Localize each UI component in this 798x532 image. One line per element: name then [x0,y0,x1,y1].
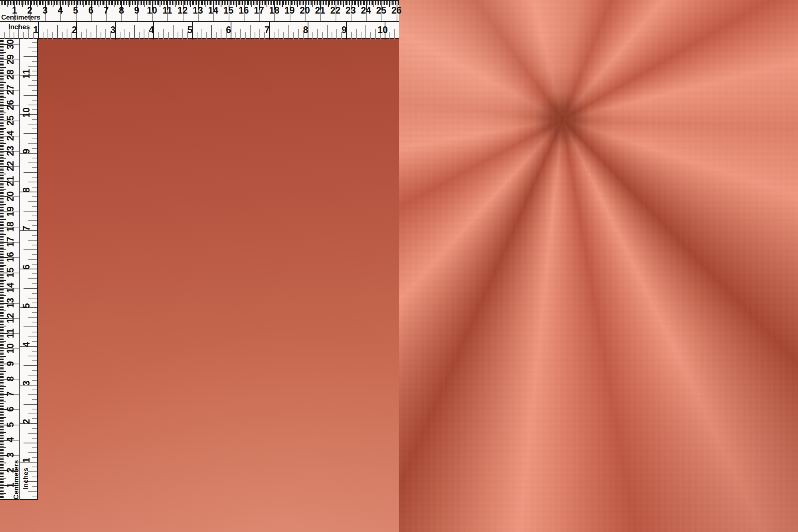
mm-tick [0,491,4,492]
eighth-inch-tick [235,32,236,40]
quarter-inch-tick [28,394,37,395]
eighth-inch-tick [120,32,120,40]
cm-number: 22 [6,161,15,171]
mm-tick [93,1,93,5]
mm-tick [0,95,4,95]
mm-tick [0,140,4,141]
eighth-inch-tick [43,32,43,40]
mm-tick [0,418,4,419]
mm-tick [0,241,4,241]
mm-tick [73,1,73,5]
mm-tick [0,149,4,150]
mm-tick [0,247,4,247]
half-cm-tick [0,463,6,463]
cm-number: 12 [6,313,15,323]
mm-tick [109,1,110,5]
cm-number: 16 [6,252,15,263]
cm-number: 17 [6,237,15,247]
mm-tick [25,1,26,5]
mm-tick [0,391,4,392]
half-cm-tick [205,1,206,7]
half-cm-tick [175,1,176,7]
mm-tick [345,1,346,5]
mm-tick [0,190,4,191]
mm-tick [395,1,396,5]
mm-tick [209,1,209,5]
mm-tick [241,1,241,5]
inch-number: 2 [22,419,31,424]
half-cm-tick [22,1,23,7]
mm-tick [0,324,4,325]
mm-tick [0,231,4,232]
mm-tick [67,1,67,5]
horizontal-ruler: 1234567891011121314151617181920212223242… [0,0,399,39]
mm-tick [0,78,4,79]
centimeters-label-vertical: Centimeters [13,460,20,499]
mm-tick [0,301,4,302]
mm-tick [0,335,4,336]
mm-tick [250,1,251,5]
mm-tick [0,245,4,246]
mm-tick [0,450,4,451]
mm-tick [0,385,4,386]
mm-tick [0,336,4,337]
quarter-inch-tick [28,471,37,472]
eighth-inch-tick [32,283,37,284]
mm-tick [0,271,4,272]
mm-tick [48,1,49,5]
mm-tick [0,327,4,328]
mm-tick [334,1,335,5]
mm-tick [176,1,177,5]
eighth-inch-tick [32,370,37,371]
mm-tick [337,1,338,5]
mm-tick [100,1,101,5]
eighth-inch-tick [206,32,207,40]
eighth-inch-tick [32,71,37,71]
mm-tick [18,1,18,5]
mm-tick [0,207,4,208]
mm-tick [216,1,217,5]
mm-tick [0,350,4,351]
mm-tick [65,1,66,5]
mm-tick [322,1,322,5]
mm-tick [0,408,4,409]
mm-tick [126,1,127,5]
inch-number: 5 [188,26,193,35]
mm-tick [261,1,261,5]
cm-number: 21 [6,176,15,186]
eighth-inch-tick [361,32,361,40]
mm-tick [0,239,4,240]
mm-tick [354,1,355,5]
half-cm-tick [0,326,6,326]
mm-tick [357,1,358,5]
half-cm-tick [0,295,6,296]
cm-number: 8 [119,6,124,15]
mm-tick [0,274,4,275]
cm-number: 3 [6,452,15,457]
mm-tick [0,329,4,330]
eighth-inch-tick [4,32,5,40]
eighth-inch-tick [178,32,178,40]
mm-tick [398,1,399,5]
eighth-inch-tick [32,428,37,429]
mm-tick [319,1,320,5]
mm-tick [157,1,158,5]
mm-tick [0,137,4,138]
mm-tick [0,390,4,390]
mm-tick [371,1,371,5]
mm-tick [0,172,4,173]
cm-number: 23 [346,6,356,15]
quarter-inch-tick [28,491,37,492]
mm-tick [0,358,4,358]
half-inch-tick [134,25,135,40]
half-cm-tick [53,1,53,7]
mm-tick [0,72,4,73]
mm-tick [0,187,4,188]
mm-tick [0,307,4,308]
half-cm-tick [129,1,130,7]
eighth-inch-tick [32,90,37,91]
mm-tick [80,1,81,5]
half-cm-tick [312,1,313,7]
cm-number: 11 [162,6,172,15]
mm-tick [0,373,4,374]
